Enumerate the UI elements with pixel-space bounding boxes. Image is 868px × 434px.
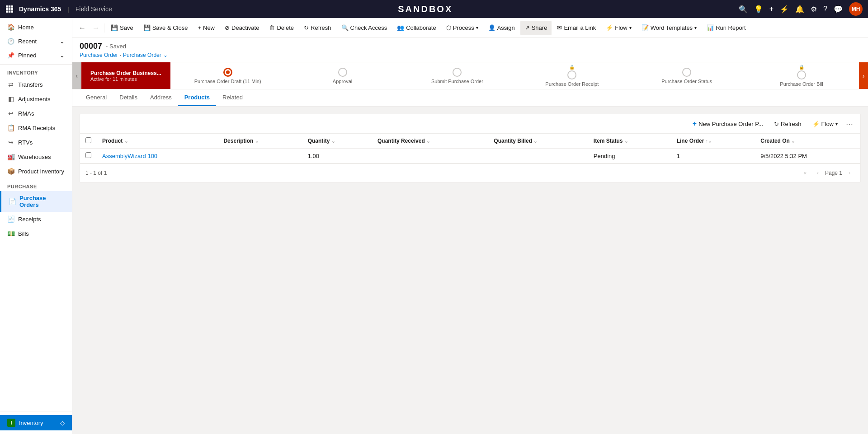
quantity-cell: 1.00 [302,149,372,163]
process-active-step[interactable]: Purchase Order Business... Active for 11… [81,62,170,89]
forward-button[interactable]: → [90,22,102,34]
breadcrumb-1[interactable]: Purchase Order [80,52,118,58]
gear-icon[interactable]: ⚙ [811,5,817,14]
waffle-menu[interactable] [5,5,14,13]
sidebar-item-receipts[interactable]: 🧾 Receipts [0,212,72,226]
col-quantity[interactable]: Quantity ⌄ [302,134,372,149]
sidebar-item-warehouses[interactable]: 🏭 Warehouses [0,149,72,164]
sidebar-item-transfers[interactable]: ⇄ Transfers [0,77,72,92]
check-access-button[interactable]: 🔍 Check Access [337,21,392,35]
sidebar-item-adjustments[interactable]: ◧ Adjustments [0,92,72,106]
select-all-checkbox-header[interactable] [80,134,97,149]
process-steps: Purchase Order Draft (11 Min) Approval S… [170,62,859,89]
sidebar-item-rma-receipts[interactable]: 📋 RMA Receipts [0,121,72,135]
share-button[interactable]: ↗ Share [520,21,552,35]
plus-icon[interactable]: + [769,5,774,13]
sidebar-footer-item[interactable]: I Inventory ◇ [0,415,72,430]
subgrid-refresh-button[interactable]: ↻ Refresh [769,119,806,129]
product-link[interactable]: AssemblyWizard 100 [102,153,157,159]
row-checkbox-cell[interactable] [80,149,97,163]
next-page-button[interactable]: › [844,168,855,178]
bell-icon[interactable]: 🔔 [795,5,804,14]
refresh-button[interactable]: ↻ Refresh [299,21,336,35]
filter-icon[interactable]: ⚡ [780,5,789,14]
process-button[interactable]: ⬡ Process ▾ [442,21,483,35]
products-subgrid: + New Purchase Order P... ↻ Refresh ⚡ Fl… [80,114,861,182]
item-status-sort-icon: ⌄ [624,139,628,144]
col-item-status[interactable]: Item Status ⌄ [588,134,671,149]
back-button[interactable]: ← [76,22,89,34]
process-step-2[interactable]: Submit Purchase Order [400,68,514,84]
word-templates-button[interactable]: 📝 Word Templates ▾ [637,21,701,35]
new-purchase-order-product-button[interactable]: + New Purchase Order P... [688,118,768,130]
process-right-arrow[interactable]: › [859,62,868,89]
brand-separator: | [67,6,69,13]
col-line-order[interactable]: Line Order ↑⌄ [671,134,755,149]
flow-chevron: ▾ [629,25,632,30]
breadcrumb-chevron[interactable]: ⌄ [163,52,168,58]
help-icon[interactable]: ? [823,5,827,13]
col-quantity-billed[interactable]: Quantity Billed ⌄ [488,134,588,149]
user-avatar[interactable]: MH [849,2,863,16]
module-label[interactable]: Field Service [75,5,112,13]
lightbulb-icon[interactable]: 💡 [754,5,763,14]
sidebar-item-home[interactable]: 🏠 Home [0,20,72,34]
sidebar-item-recent[interactable]: 🕐 Recent ⌄ [0,34,72,48]
process-step-5[interactable]: 🔒 Purchase Order Bill [744,65,859,87]
save-close-button[interactable]: 💾 Save & Close [139,21,193,35]
process-step-1[interactable]: Approval [285,68,400,84]
collaborate-icon: 👥 [397,24,404,31]
subgrid-flow-chevron: ▾ [835,121,838,126]
sidebar-item-product-inventory[interactable]: 📦 Product Inventory [0,164,72,178]
line-order-sort-icon: ↑⌄ [706,139,712,144]
subgrid-refresh-icon: ↻ [774,121,779,127]
new-button[interactable]: + New [193,21,219,35]
chat-icon[interactable]: 💬 [834,5,843,14]
brand-label[interactable]: Dynamics 365 [19,5,61,13]
process-step-4[interactable]: Purchase Order Status [629,68,744,84]
tab-general[interactable]: General [80,89,113,106]
deactivate-button[interactable]: ⊘ Deactivate [220,21,264,35]
first-page-button[interactable]: « [800,168,811,178]
col-product[interactable]: Product ⌄ [97,134,218,149]
run-report-button[interactable]: 📊 Run Report [702,21,750,35]
tab-address[interactable]: Address [144,89,178,106]
save-button[interactable]: 💾 Save [106,21,138,35]
subgrid-more-button[interactable]: ⋯ [844,119,855,129]
col-quantity-received[interactable]: Quantity Received ⌄ [372,134,488,149]
home-icon: 🏠 [7,23,14,31]
delete-button[interactable]: 🗑 Delete [264,21,298,35]
quantity-received-cell [372,149,488,163]
breadcrumb-2[interactable]: Purchase Order [123,52,161,58]
tab-related[interactable]: Related [216,89,249,106]
prev-page-button[interactable]: ‹ [812,168,823,178]
record-title-row: 00007 - Saved [80,42,861,51]
sidebar-item-pinned[interactable]: 📌 Pinned ⌄ [0,48,72,62]
flow-button[interactable]: ⚡ Flow ▾ [601,21,636,35]
tab-details[interactable]: Details [113,89,144,106]
subgrid-flow-button[interactable]: ⚡ Flow ▾ [808,119,842,129]
purchase-orders-icon: 📄 [9,198,16,205]
col-created-on[interactable]: Created On ⌄ [755,134,860,149]
sidebar-section-inventory: Inventory ⇄ Transfers ◧ Adjustments ↩ RM… [0,65,72,178]
sidebar-item-rtvs[interactable]: ↪ RTVs [0,135,72,149]
sidebar-item-purchase-orders[interactable]: 📄 Purchase Orders [0,191,72,212]
row-checkbox[interactable] [85,152,91,158]
select-all-checkbox[interactable] [85,137,91,143]
process-icon: ⬡ [446,24,451,31]
process-step-0[interactable]: Purchase Order Draft (11 Min) [170,68,285,84]
process-step-3[interactable]: 🔒 Purchase Order Receipt [514,65,629,87]
collaborate-button[interactable]: 👥 Collaborate [392,21,441,35]
assign-button[interactable]: 👤 Assign [484,21,519,35]
save-close-icon: 💾 [143,24,151,31]
sidebar-item-bills[interactable]: 💵 Bills [0,226,72,241]
search-icon[interactable]: 🔍 [739,5,748,14]
tab-products[interactable]: Products [178,89,216,106]
rma-receipts-icon: 📋 [7,124,14,131]
email-link-button[interactable]: ✉ Email a Link [552,21,600,35]
col-description[interactable]: Description ⌄ [218,134,302,149]
process-left-arrow[interactable]: ‹ [72,62,81,89]
tab-bar: General Details Address Products Related [72,89,868,107]
sidebar-item-rmas[interactable]: ↩ RMAs [0,106,72,121]
active-step-subtitle: Active for 11 minutes [90,76,161,82]
